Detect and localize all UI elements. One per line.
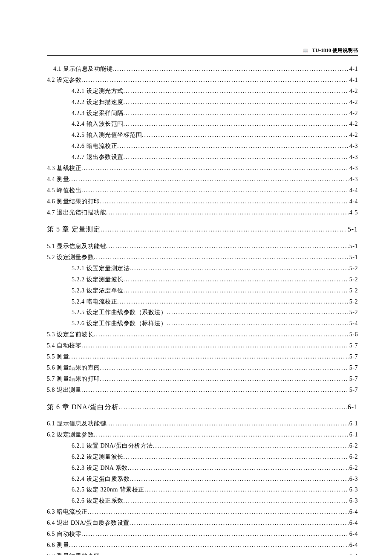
toc-leader-dots [153, 440, 349, 451]
toc-entry: 6.5 自动校零 6-4 [47, 529, 358, 540]
toc-leader-dots [130, 517, 349, 529]
toc-leader-dots [124, 274, 349, 285]
toc-entry-title: 6.5 自动校零 [47, 529, 81, 540]
toc-entry-title: 5.8 退出测量 [47, 384, 81, 396]
toc-entry-title: 4.2.7 退出参数设置 [72, 152, 124, 163]
toc-entry-title: 4.2 设定参数 [47, 75, 81, 86]
toc-entry: 5.3 设定当前波长 5-6 [47, 329, 358, 340]
toc-leader-dots [106, 418, 349, 429]
toc-entry: 6.7 测量结果的查阅 6-4 [47, 551, 358, 555]
toc-entry-page: 5-1 [349, 241, 358, 252]
toc-entry-page: 4-4 [349, 185, 358, 196]
toc-leader-dots [130, 263, 349, 274]
toc-entry: 6.2.6 设定校正系数 6-3 [47, 495, 358, 506]
toc-entry-title: 5.4 自动校零 [47, 340, 81, 351]
toc-entry-page: 5-7 [349, 384, 358, 396]
toc-entry-title: 4.6 测量结果的打印 [47, 196, 100, 207]
toc-leader-dots [128, 462, 349, 474]
page-header: 📖 TU-1810 使用说明书 [47, 47, 358, 56]
toc-leader-dots [94, 329, 349, 340]
toc-leader-dots [69, 540, 349, 551]
toc-entry-title: 5.2.2 设定测量波长 [72, 274, 124, 285]
toc-entry: 4.1 显示信息及功能键 4-1 [47, 64, 358, 75]
toc-leader-dots [81, 529, 349, 540]
toc-entry-title: 4.2.2 设定扫描速度 [72, 97, 124, 108]
toc-entry-page: 5-2 [349, 263, 358, 274]
toc-entry: 6.3 暗电流校正 6-4 [47, 506, 358, 517]
toc-entry-page: 4-3 [349, 141, 358, 152]
toc-entry-page: 5-7 [349, 340, 358, 351]
toc-entry-title: 5.2.1 设置定量测定法 [72, 263, 130, 274]
toc-leader-dots [167, 318, 349, 329]
toc-entry: 6.2.3 设定 DNA 系数 6-2 [47, 462, 358, 474]
toc-entry-title: 6.7 测量结果的查阅 [47, 551, 100, 555]
toc-leader-dots [100, 362, 349, 373]
toc-entry-title: 5.2.5 设定工作曲线参数（系数法） [72, 307, 167, 318]
toc-entry-title: 6.2.6 设定校正系数 [72, 495, 124, 506]
toc-entry-page: 5-2 [349, 307, 358, 318]
toc-entry-page: 6-1 [349, 429, 358, 440]
toc-entry-page: 4-3 [349, 152, 358, 163]
toc-entry-page: 6-2 [349, 440, 358, 451]
toc-entry-title: 6.2 设定测量参数 [47, 429, 94, 440]
toc-entry: 6.2.2 设定测量波长 6-2 [47, 451, 358, 462]
toc-entry: 5.4 自动校零 5-7 [47, 340, 358, 351]
toc-entry-title: 6.2.5 设定 320nm 背景校正 [72, 484, 144, 495]
toc-entry: 5.2.2 设定测量波长 5-2 [47, 274, 358, 285]
toc-entry-title: 6.1 显示信息及功能键 [47, 418, 106, 429]
toc-leader-dots [69, 174, 349, 185]
toc-entry: 6.2 设定测量参数 6-1 [47, 429, 358, 440]
toc-entry-page: 4-3 [349, 163, 358, 174]
toc-entry-page: 5-7 [349, 351, 358, 362]
toc-leader-dots [81, 75, 349, 86]
toc-entry: 4.2.1 设定测光方式 4-2 [47, 86, 358, 97]
toc-entry: 4.3 基线校正 4-3 [47, 163, 358, 174]
toc-leader-dots [112, 64, 349, 75]
toc-entry: 4.7 退出光谱扫描功能 4-5 [47, 207, 358, 218]
toc-entry-title: 4.2.1 设定测光方式 [72, 86, 124, 97]
toc-entry: 4.2 设定参数 4-1 [47, 75, 358, 86]
toc-entry-page: 5-1 [347, 223, 358, 236]
toc-entry-page: 6-4 [349, 551, 358, 555]
document-page: 📖 TU-1810 使用说明书 4.1 显示信息及功能键 4-14.2 设定参数… [0, 0, 392, 555]
book-icon: 📖 [303, 48, 308, 53]
toc-leader-dots [124, 108, 349, 119]
toc-leader-dots [117, 296, 349, 307]
toc-entry: 5.8 退出测量 5-7 [47, 384, 358, 396]
toc-entry: 4.6 测量结果的打印 4-4 [47, 196, 358, 207]
toc-entry-title: 6.2.3 设定 DNA 系数 [72, 462, 128, 474]
toc-entry-title: 6.2.2 设定测量波长 [72, 451, 124, 462]
toc-entry-title: 6.2.4 设定蛋白质系数 [72, 474, 130, 485]
toc-leader-dots [69, 351, 349, 362]
toc-entry-page: 6-2 [349, 451, 358, 462]
toc-entry-title: 4.4 测量 [47, 174, 69, 185]
toc-entry-page: 5-4 [349, 318, 358, 329]
toc-entry-title: 5.5 测量 [47, 351, 69, 362]
toc-entry: 4.2.6 暗电流校正 4-3 [47, 141, 358, 152]
toc-entry-page: 6-4 [349, 517, 358, 529]
toc-entry: 4.5 峰值检出 4-4 [47, 185, 358, 196]
toc-entry-title: 4.2.6 暗电流校正 [72, 141, 117, 152]
toc-entry-page: 6-4 [349, 506, 358, 517]
toc-leader-dots [124, 119, 349, 130]
toc-entry: 6.2.4 设定蛋白质系数 6-3 [47, 474, 358, 485]
toc-leader-dots [119, 402, 347, 413]
toc-leader-dots [117, 141, 349, 152]
toc-leader-dots [81, 384, 349, 396]
toc-leader-dots [88, 506, 349, 517]
header-title: TU-1810 使用说明书 [312, 47, 358, 53]
toc-entry: 6.1 显示信息及功能键 6-1 [47, 418, 358, 429]
toc-leader-dots [167, 307, 349, 318]
toc-leader-dots [81, 185, 349, 196]
toc-entry: 4.2.5 输入测光值坐标范围 4-2 [47, 130, 358, 141]
toc-leader-dots [124, 495, 349, 506]
toc-entry-page: 6-4 [349, 540, 358, 551]
toc-entry-page: 6-2 [349, 462, 358, 474]
toc-entry-title: 6.3 暗电流校正 [47, 506, 88, 517]
toc-leader-dots [106, 207, 349, 218]
toc-leader-dots [124, 86, 349, 97]
toc-entry-page: 6-3 [349, 495, 358, 506]
toc-entry-page: 6-1 [347, 401, 358, 413]
toc-entry-page: 4-2 [349, 119, 358, 130]
toc-entry: 4.2.3 设定采样间隔 4-2 [47, 108, 358, 119]
